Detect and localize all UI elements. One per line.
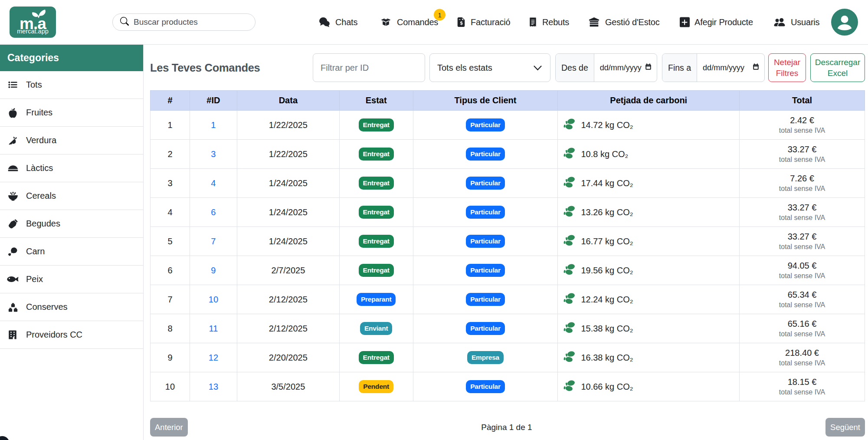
sidebar-item-label: Fruites (26, 108, 52, 118)
sidebar-item-cereals[interactable]: Cereals (0, 182, 143, 210)
button-label-line: Filtres (769, 68, 806, 79)
nav-item-afegir-producte[interactable]: Afegir Producte (680, 17, 753, 28)
apple-icon (8, 108, 17, 118)
order-id-link[interactable]: 7 (211, 236, 216, 246)
sidebar-item-label: Verdura (26, 135, 56, 145)
status-select[interactable]: Tots els estats (429, 53, 550, 82)
date-from-input[interactable]: dd/mm/yyyy (594, 54, 657, 82)
chevron-down-icon (534, 63, 542, 73)
carbon-cell-content: 10.66 kg CO₂ (563, 380, 739, 394)
sidebar-item-carn[interactable]: Carn (0, 238, 143, 266)
status-badge: Entregat (359, 264, 394, 277)
nav-item-usuaris[interactable]: Usuaris (773, 17, 819, 28)
app-logo[interactable]: m.a mercat.app (10, 7, 56, 38)
row-number-cell: 2 (151, 140, 190, 169)
carbon-footprint-cell: 14.72 kg CO₂ (558, 111, 740, 140)
order-status-cell: Entregat (339, 140, 413, 169)
order-date-cell: 1/24/2025 (237, 169, 339, 198)
sidebar-item-proveidors-cc[interactable]: Proveidors CC (0, 321, 143, 349)
filter-id-input[interactable] (313, 53, 425, 82)
order-status-cell: Entregat (339, 169, 413, 198)
row-number-cell: 10 (151, 372, 190, 401)
carbon-cell-content: 15.38 kg CO₂ (563, 322, 739, 335)
calendar-icon[interactable] (645, 63, 652, 72)
sidebar-item-fruites[interactable]: Fruites (0, 99, 143, 127)
carbon-footprint-cell: 19.56 kg CO₂ (558, 256, 740, 285)
date-to-group: Fins a dd/mm/yyyy (662, 53, 765, 82)
footprints-icon (563, 263, 576, 275)
carbon-footprint-cell: 16.77 kg CO₂ (558, 227, 740, 256)
next-page-button[interactable]: Següent (825, 418, 865, 437)
nav-item-label: Comandes (397, 17, 438, 27)
carbon-footprint-value: 14.72 kg CO₂ (581, 120, 633, 130)
nav-item-chats[interactable]: Chats (319, 17, 357, 28)
order-id-link[interactable]: 11 (209, 324, 218, 333)
total-sub-label: total sense IVA (740, 388, 865, 396)
prev-page-button[interactable]: Anterior (150, 418, 188, 437)
receipt-icon (528, 17, 537, 28)
sidebar-item-verdura[interactable]: Verdura (0, 127, 143, 154)
sidebar-item-label: Tots (26, 80, 42, 90)
sidebar-item-label: Proveidors CC (26, 330, 82, 340)
sidebar-item-tots[interactable]: Tots (0, 71, 143, 99)
status-badge: Entregat (359, 351, 394, 364)
total-sub-label: total sense IVA (740, 330, 865, 338)
order-row: 10133/5/2025PendentParticular10.66 kg CO… (151, 372, 865, 401)
client-type-badge: Particular (466, 380, 505, 393)
order-row: 461/24/2025EntregatParticular13.26 kg CO… (151, 198, 865, 227)
calendar-icon[interactable] (753, 63, 759, 72)
clear-filters-button[interactable]: NetejarFiltres (768, 53, 806, 82)
sidebar-item-làctics[interactable]: Làctics (0, 154, 143, 182)
date-to-input[interactable]: dd/mm/yyyy (697, 54, 764, 82)
client-type-cell: Particular (413, 256, 558, 285)
order-row: 341/24/2025EntregatParticular17.44 kg CO… (151, 169, 865, 198)
user-avatar[interactable] (831, 9, 858, 36)
order-status-cell: Pendent (339, 372, 413, 401)
footprints-icon (563, 292, 576, 304)
order-id-link[interactable]: 13 (209, 382, 218, 391)
client-type-cell: Particular (413, 198, 558, 227)
nav-item-rebuts[interactable]: Rebuts (528, 17, 569, 28)
order-id-link[interactable]: 10 (209, 295, 218, 304)
calendar-icon (645, 63, 652, 70)
nav-item-gesti-d-estoc[interactable]: Gestió d'Estoc (588, 17, 660, 28)
order-id-link[interactable]: 6 (211, 207, 216, 217)
nav-item-facturaci-[interactable]: Facturació (456, 17, 510, 28)
client-type-badge: Particular (466, 322, 505, 335)
nav-item-comandes[interactable]: Comandes1 (380, 17, 438, 28)
warehouse-icon (588, 17, 600, 28)
download-excel-button[interactable]: DescarregarExcel (810, 53, 865, 82)
order-id-link[interactable]: 12 (209, 353, 218, 362)
orders-table: ##IDDataEstatTipus de ClientPetjada de c… (150, 90, 865, 401)
jars-icon (7, 302, 19, 312)
carbon-cell-content: 13.26 kg CO₂ (563, 205, 739, 219)
sidebar-item-label: Cereals (26, 191, 56, 201)
order-date-cell: 2/12/2025 (237, 314, 339, 343)
order-id-link[interactable]: 1 (211, 120, 216, 130)
footprints-icon (563, 292, 576, 306)
order-status-cell: Preparant (339, 285, 413, 314)
footprints-icon (563, 351, 576, 364)
search-input[interactable] (134, 17, 248, 27)
calendar-icon (753, 63, 759, 70)
order-id-link[interactable]: 9 (211, 266, 216, 275)
date-from-group: Des de dd/mm/yyyy (555, 53, 657, 82)
total-sub-label: total sense IVA (740, 127, 865, 135)
total-amount: 33.27 € (740, 203, 865, 213)
sidebar-item-conserves[interactable]: Conserves (0, 293, 143, 321)
order-id-link[interactable]: 4 (211, 178, 216, 188)
order-id-link[interactable]: 3 (211, 149, 216, 159)
search-box[interactable] (112, 13, 255, 31)
client-type-badge: Particular (466, 118, 505, 131)
footprints-icon (563, 147, 576, 161)
total-sub-label: total sense IVA (740, 214, 865, 222)
carbon-cell-content: 16.38 kg CO₂ (563, 351, 739, 364)
row-number-cell: 1 (151, 111, 190, 140)
client-type-badge: Particular (466, 235, 505, 248)
order-total-cell: 94.05 €total sense IVA (740, 256, 865, 285)
chevron-down-icon (534, 66, 542, 71)
status-badge: Preparant (357, 293, 396, 306)
sidebar-item-begudes[interactable]: Begudes (0, 210, 143, 238)
carbon-footprint-cell: 10.66 kg CO₂ (558, 372, 740, 401)
sidebar-item-peix[interactable]: Peix (0, 266, 143, 293)
